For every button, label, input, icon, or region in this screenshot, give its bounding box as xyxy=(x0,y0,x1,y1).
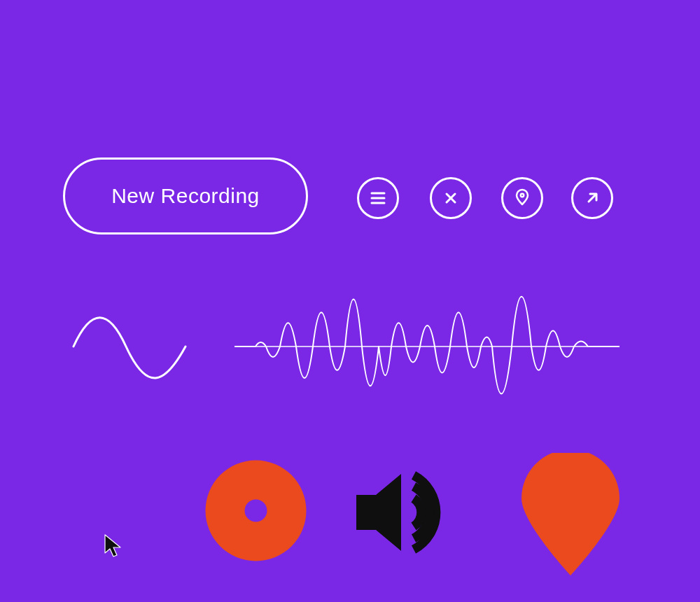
record-icon xyxy=(205,460,307,564)
close-icon xyxy=(440,188,461,209)
svg-point-9 xyxy=(245,500,267,522)
menu-button[interactable] xyxy=(357,177,399,219)
menu-icon xyxy=(368,188,388,209)
arrow-up-right-icon xyxy=(582,188,603,209)
audio-waveform-icon xyxy=(234,276,620,419)
new-recording-label: New Recording xyxy=(111,184,260,208)
svg-point-5 xyxy=(521,194,524,197)
map-pin-fill-icon xyxy=(518,453,623,582)
pin-outline-icon xyxy=(512,188,533,209)
sine-wave-icon xyxy=(70,312,189,384)
pin-button[interactable] xyxy=(501,177,543,219)
speaker-loud-icon xyxy=(356,460,482,568)
open-external-button[interactable] xyxy=(571,177,613,219)
cursor-pointer-icon xyxy=(104,533,123,561)
new-recording-button[interactable]: New Recording xyxy=(63,158,308,234)
svg-line-6 xyxy=(589,195,596,202)
close-button[interactable] xyxy=(430,177,472,219)
